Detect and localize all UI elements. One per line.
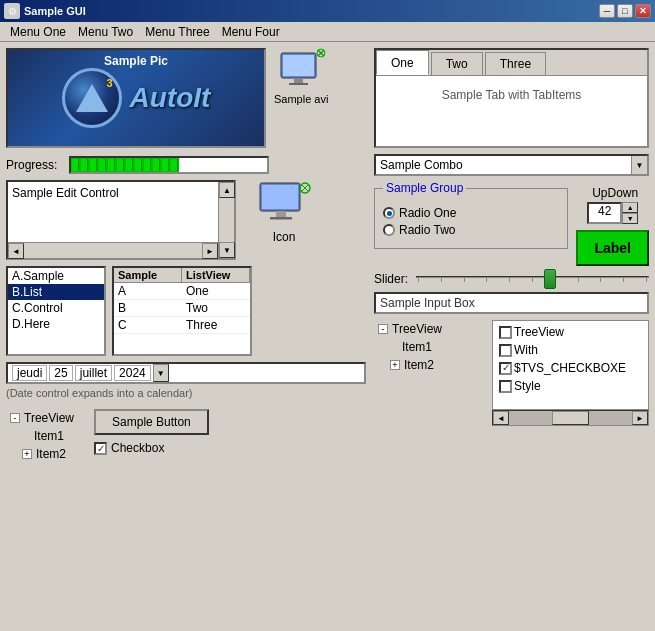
rtv-item-3[interactable]: Style: [495, 377, 646, 395]
updown-up-button[interactable]: ▲: [622, 202, 638, 213]
logo-triangle: [76, 84, 108, 112]
menu-one[interactable]: Menu One: [4, 23, 72, 41]
titlebar-left: ⚙ Sample GUI: [4, 3, 86, 19]
scroll-down-arrow[interactable]: ▼: [219, 242, 235, 258]
date-control[interactable]: jeudi 25 juillet 2024 ▼: [6, 362, 366, 384]
tree-item-root[interactable]: - TreeView: [6, 409, 74, 427]
listbox[interactable]: A.Sample B.List C.Control D.Here: [6, 266, 106, 356]
updown-row: 42 ▲ ▼: [587, 202, 638, 224]
date-dropdown-button[interactable]: ▼: [153, 364, 169, 382]
horizontal-scrollbar[interactable]: ◄ ►: [8, 242, 218, 258]
green-label[interactable]: Label: [576, 230, 649, 266]
tree-item-2[interactable]: + Item2: [6, 445, 74, 463]
listview[interactable]: Sample ListView A One B Two C Three: [112, 266, 252, 356]
vertical-scrollbar[interactable]: ▲ ▼: [218, 182, 234, 258]
radio-two-label: Radio Two: [399, 223, 455, 237]
autoit-logo: 3 AutoIt: [62, 68, 211, 128]
updown-input[interactable]: 42: [587, 202, 622, 224]
date-year[interactable]: 2024: [114, 365, 151, 381]
listbox-item-2[interactable]: C.Control: [8, 300, 104, 316]
slider-row: Slider:: [374, 272, 649, 286]
close-button[interactable]: ✕: [635, 4, 651, 18]
checkbox-input[interactable]: ✓: [94, 442, 107, 455]
button-checkbox-area: Sample Button ✓ Checkbox: [94, 409, 209, 455]
tv2-root[interactable]: - TreeView: [374, 320, 484, 338]
slider-track[interactable]: [416, 276, 649, 278]
lv-cell-2-0: C: [114, 317, 182, 334]
date-section: jeudi 25 juillet 2024 ▼ (Date control ex…: [6, 362, 366, 399]
listbox-item-1[interactable]: B.List: [8, 284, 104, 300]
treeview-right[interactable]: TreeView With ✓ $TVS_CHECKBOXE Style: [492, 320, 649, 410]
menu-two[interactable]: Menu Two: [72, 23, 139, 41]
treeview-left[interactable]: - TreeView Item1 + Item2: [6, 409, 74, 463]
listview-header: Sample ListView: [114, 268, 250, 283]
date-month[interactable]: juillet: [75, 365, 112, 381]
tv2-item1[interactable]: Item1: [374, 338, 484, 356]
radio-two[interactable]: [383, 224, 395, 236]
menu-four[interactable]: Menu Four: [216, 23, 286, 41]
rtv-cb-3[interactable]: [499, 380, 512, 393]
input-box-text: Sample Input Box: [380, 296, 475, 310]
edit-control[interactable]: Sample Edit Control ▲ ▼ ◄ ►: [6, 180, 236, 260]
combo-dropdown-button[interactable]: ▼: [631, 156, 647, 174]
hscroll-right-button[interactable]: ►: [632, 411, 648, 425]
maximize-button[interactable]: □: [617, 4, 633, 18]
radio-one-label: Radio One: [399, 206, 456, 220]
tv2-expand-root[interactable]: -: [378, 324, 388, 334]
sample-button[interactable]: Sample Button: [94, 409, 209, 435]
hscroll-track[interactable]: [509, 411, 632, 425]
updown: UpDown 42 ▲ ▼: [587, 186, 638, 224]
sample-avi: Sample avi: [274, 48, 328, 105]
tab-three[interactable]: Three: [485, 52, 546, 75]
rtv-cb-1[interactable]: [499, 344, 512, 357]
tree-expand-2[interactable]: +: [22, 449, 32, 459]
radio-one-row[interactable]: Radio One: [383, 206, 559, 220]
progress-label: Progress:: [6, 158, 61, 172]
svg-rect-10: [270, 217, 292, 220]
lv-cell-1-0: B: [114, 300, 182, 317]
updown-down-button[interactable]: ▼: [622, 213, 638, 224]
treeview-section: - TreeView Item1 + Item2: [374, 320, 649, 426]
tv2-label-item2: Item2: [404, 356, 434, 374]
rtv-item-1[interactable]: With: [495, 341, 646, 359]
rtv-cb-2[interactable]: ✓: [499, 362, 512, 375]
date-day-name[interactable]: jeudi: [12, 365, 47, 381]
lv-col-sample[interactable]: Sample: [114, 268, 182, 282]
lv-col-listview[interactable]: ListView: [182, 268, 250, 282]
tab-two[interactable]: Two: [431, 52, 483, 75]
minimize-button[interactable]: ─: [599, 4, 615, 18]
scroll-left-arrow[interactable]: ◄: [8, 243, 24, 259]
tab-content: Sample Tab with TabItems: [376, 76, 647, 146]
rtv-item-2[interactable]: ✓ $TVS_CHECKBOXE: [495, 359, 646, 377]
tree-expand-root[interactable]: -: [10, 413, 20, 423]
scroll-up-arrow[interactable]: ▲: [219, 182, 235, 198]
horizontal-scrollbar[interactable]: ◄ ►: [492, 410, 649, 426]
tree-label-item2: Item2: [36, 445, 66, 463]
slider-thumb[interactable]: [544, 269, 556, 289]
input-box[interactable]: Sample Input Box: [374, 292, 649, 314]
lv-cell-0-1: One: [182, 283, 250, 300]
tab-control: One Two Three Sample Tab with TabItems: [374, 48, 649, 148]
scroll-right-arrow[interactable]: ►: [202, 243, 218, 259]
checkbox-area[interactable]: ✓ Checkbox: [94, 441, 209, 455]
tv2-expand-2[interactable]: +: [390, 360, 400, 370]
rtv-label-0: TreeView: [514, 323, 564, 341]
tv2-item2[interactable]: + Item2: [374, 356, 484, 374]
lv-row-0: A One: [114, 283, 250, 300]
radio-two-row[interactable]: Radio Two: [383, 223, 559, 237]
tab-one[interactable]: One: [376, 50, 429, 75]
hscroll-left-button[interactable]: ◄: [493, 411, 509, 425]
listbox-item-0[interactable]: A.Sample: [8, 268, 104, 284]
hscroll-thumb[interactable]: [552, 411, 589, 425]
tree-item-1[interactable]: Item1: [6, 427, 74, 445]
rtv-item-0[interactable]: TreeView: [495, 323, 646, 341]
slider-area: [416, 276, 649, 282]
listbox-item-3[interactable]: D.Here: [8, 316, 104, 332]
scroll-thumb-h: [24, 243, 202, 258]
rtv-cb-0[interactable]: [499, 326, 512, 339]
radio-one[interactable]: [383, 207, 395, 219]
menu-three[interactable]: Menu Three: [139, 23, 215, 41]
updown-label-area: UpDown 42 ▲ ▼ Label: [576, 182, 649, 266]
date-day[interactable]: 25: [49, 365, 72, 381]
combo-box[interactable]: Sample Combo ▼: [374, 154, 649, 176]
